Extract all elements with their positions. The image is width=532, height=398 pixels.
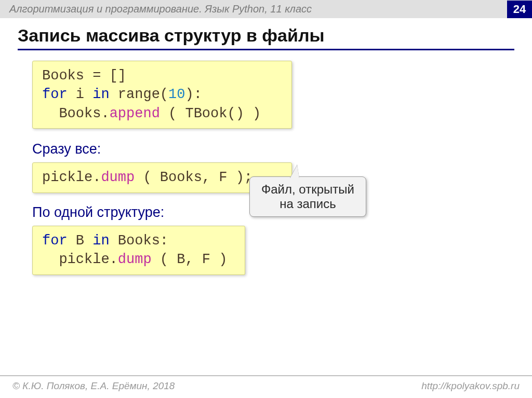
callout-tail-icon	[290, 165, 299, 179]
code-token: i	[68, 87, 93, 102]
code-block-1: Books = [] for i in range(10): Books.app…	[32, 61, 292, 129]
footer-copyright: © К.Ю. Поляков, Е.А. Ерёмин, 2018	[12, 380, 175, 392]
page-title: Запись массива структур в файлы	[18, 25, 514, 50]
page-number: 24	[507, 1, 532, 18]
callout-line: Файл, открытый	[261, 182, 354, 197]
code-token: pickle.	[42, 170, 101, 185]
code-token: ( B, F )	[152, 252, 228, 267]
code-token: = []	[84, 68, 126, 84]
code-block-3: for B in Books: pickle.dump ( B, F )	[32, 226, 245, 275]
code-token: pickle.	[42, 252, 118, 267]
footer: © К.Ю. Поляков, Е.А. Ерёмин, 2018 http:/…	[0, 375, 532, 398]
code-token: ):	[185, 87, 202, 102]
callout-line: на запись	[261, 197, 354, 211]
code-token: for	[42, 87, 68, 102]
code-token: B	[68, 233, 93, 249]
code-token: dump	[101, 170, 135, 185]
code-token: in	[92, 233, 109, 249]
code-token: (	[160, 87, 168, 102]
code-token: 10	[168, 87, 185, 102]
code-token: ( TBook() )	[160, 106, 261, 121]
code-token: for	[42, 233, 68, 249]
code-token: range	[110, 87, 160, 102]
code-token: Books:	[110, 233, 168, 249]
code-token: in	[92, 87, 109, 102]
code-token: append	[110, 106, 160, 121]
code-token: Books.	[42, 106, 110, 121]
code-token: dump	[118, 252, 152, 267]
callout: Файл, открытый на запись	[249, 176, 366, 217]
slide-content: Запись массива структур в файлы Books = …	[0, 18, 532, 284]
footer-url: http://kpolyakov.spb.ru	[421, 380, 520, 392]
header-bar: Алгоритмизация и программирование. Язык …	[0, 0, 532, 18]
code-token: ( Books, F );	[135, 170, 252, 185]
subheading-1: Сразу все:	[32, 141, 514, 157]
code-token: Books	[42, 68, 84, 84]
header-breadcrumb: Алгоритмизация и программирование. Язык …	[9, 3, 312, 15]
